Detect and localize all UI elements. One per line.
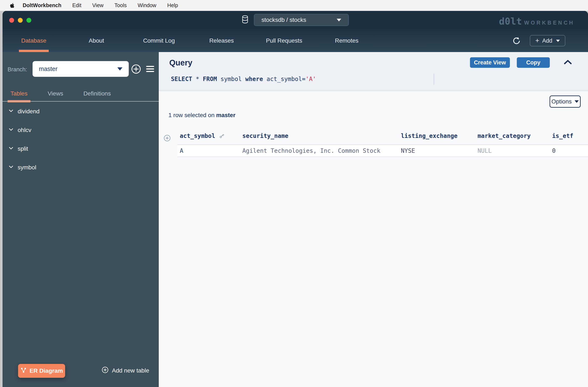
nav-items: Database About Commit Log Releases Pull … [2, 29, 588, 52]
sidebar-tab-tables[interactable]: Tables [10, 90, 27, 97]
menubar-app-name[interactable]: DoltWorkbench [23, 2, 61, 8]
main-panel: Query SELECT * FROM symbol where act_sym… [159, 52, 588, 387]
options-button-label: Options [551, 98, 572, 105]
top-navbar: Database About Commit Log Releases Pull … [2, 29, 588, 52]
nav-tab-commit-log[interactable]: Commit Log [128, 29, 190, 52]
sql-keyword: FROM [203, 76, 220, 82]
menubar-item-tools[interactable]: Tools [114, 2, 127, 8]
query-section: Query SELECT * FROM symbol where act_sym… [159, 52, 588, 91]
doltworkbench-window: stocksdb / stocks d0lt WORKBENCH Databas… [2, 11, 588, 387]
logo-brand-text: d0lt [499, 16, 522, 27]
zoom-window-button[interactable] [26, 18, 31, 23]
chevron-up-icon[interactable] [563, 59, 572, 66]
create-view-button[interactable]: Create View [470, 57, 510, 68]
query-title: Query [169, 58, 192, 67]
add-button[interactable]: + Add [530, 35, 565, 46]
menubar-item-window[interactable]: Window [138, 2, 156, 8]
chevron-down-icon[interactable] [8, 164, 14, 171]
add-row-button[interactable] [164, 135, 171, 142]
row-selected-status: 1 row selected on master [168, 112, 235, 119]
chevron-down-icon [337, 19, 341, 21]
new-branch-button[interactable] [131, 64, 141, 74]
sql-token: symbol [220, 76, 245, 82]
results-table-header: act_symbol [177, 127, 588, 145]
add-button-label: Add [542, 38, 552, 44]
table-item-label: dividend [18, 108, 40, 115]
status-branch-name: master [216, 112, 235, 118]
copy-button[interactable]: Copy [517, 57, 550, 68]
nav-tab-database[interactable]: Database [2, 29, 65, 52]
chevron-down-icon [556, 40, 560, 42]
er-diagram-icon [20, 367, 27, 375]
plus-icon: + [535, 37, 539, 44]
results-section: Options 1 row selected on master act_sym… [159, 91, 588, 387]
add-new-table-button[interactable]: Add new table [102, 367, 149, 375]
cell-market-category[interactable]: NULL [478, 147, 552, 154]
primary-key-icon [219, 133, 225, 139]
cell-security-name[interactable]: Agilent Technologies, Inc. Common Stock [242, 147, 401, 154]
nav-tab-about[interactable]: About [65, 29, 128, 52]
sidebar-tab-views[interactable]: Views [48, 90, 63, 97]
column-header-security-name[interactable]: security_name [242, 132, 401, 139]
cell-act-symbol[interactable]: A [177, 147, 242, 154]
nav-tab-remotes[interactable]: Remotes [315, 29, 378, 52]
logo-suffix-text: WORKBENCH [524, 20, 575, 26]
column-header-label: act_symbol [180, 132, 215, 139]
chevron-down-icon [117, 67, 123, 71]
chevron-down-icon[interactable] [8, 145, 14, 152]
chevron-down-icon[interactable] [8, 126, 14, 134]
cell-is-etf[interactable]: 0 [552, 147, 588, 154]
add-new-table-label: Add new table [112, 367, 149, 374]
close-window-button[interactable] [9, 18, 14, 23]
table-item-label: ohlcv [18, 127, 31, 133]
status-prefix: 1 row selected on [168, 112, 216, 118]
table-item-dividend[interactable]: dividend [2, 102, 159, 121]
cell-listing-exchange[interactable]: NYSE [401, 147, 478, 154]
sidebar-tab-definitions[interactable]: Definitions [83, 90, 111, 97]
refresh-icon[interactable] [512, 36, 521, 45]
column-header-market-category[interactable]: market_category [478, 132, 552, 139]
sidebar-divider [2, 101, 159, 102]
column-header-is-etf[interactable]: is_etf [552, 132, 588, 139]
menubar-item-help[interactable]: Help [167, 2, 178, 8]
nav-tab-releases[interactable]: Releases [190, 29, 253, 52]
table-item-split[interactable]: split [2, 139, 159, 158]
table-item-ohlcv[interactable]: ohlcv [2, 121, 159, 139]
results-table: act_symbol [177, 127, 588, 157]
table-item-symbol[interactable]: symbol [2, 158, 159, 177]
sql-keyword: where [245, 76, 267, 82]
apple-logo-icon[interactable] [10, 2, 15, 9]
table-item-label: split [18, 145, 28, 152]
sidebar: Branch: master Tables Views Definitions [2, 52, 159, 387]
options-button[interactable]: Options [549, 96, 581, 108]
column-header-listing-exchange[interactable]: listing_exchange [401, 132, 478, 139]
database-selector-value: stocksdb / stocks [261, 17, 306, 23]
dolt-workbench-logo: d0lt WORKBENCH [499, 16, 575, 27]
branch-selector-value: master [39, 65, 58, 72]
branch-selector-dropdown[interactable]: master [33, 61, 129, 77]
chevron-down-icon[interactable] [8, 108, 14, 115]
macos-menubar: DoltWorkbench Edit View Tools Window Hel… [0, 0, 588, 11]
query-editor-cursor [434, 73, 434, 85]
table-item-label: symbol [18, 164, 36, 171]
minimize-window-button[interactable] [18, 18, 23, 23]
plus-circle-icon [102, 367, 108, 375]
database-selector-dropdown[interactable]: stocksdb / stocks [254, 14, 349, 26]
chevron-down-icon [575, 100, 579, 103]
table-row[interactable]: A Agilent Technologies, Inc. Common Stoc… [177, 145, 588, 157]
sql-query-text[interactable]: SELECT * FROM symbol where act_symbol='A… [171, 76, 316, 82]
traffic-lights [9, 18, 31, 23]
column-header-act-symbol[interactable]: act_symbol [177, 132, 242, 139]
menubar-item-edit[interactable]: Edit [72, 2, 81, 8]
sql-string-literal: 'A' [306, 76, 316, 82]
nav-tab-pull-requests[interactable]: Pull Requests [253, 29, 315, 52]
database-icon [242, 15, 249, 24]
sql-keyword: SELECT [171, 76, 196, 82]
sql-token: * [196, 76, 203, 82]
branch-menu-icon[interactable] [146, 66, 154, 72]
er-diagram-label: ER Diagram [30, 367, 63, 374]
table-list: dividend ohlcv split [2, 102, 159, 177]
sql-token: act_symbol= [267, 76, 305, 82]
er-diagram-button[interactable]: ER Diagram [18, 364, 65, 378]
menubar-item-view[interactable]: View [92, 2, 104, 8]
